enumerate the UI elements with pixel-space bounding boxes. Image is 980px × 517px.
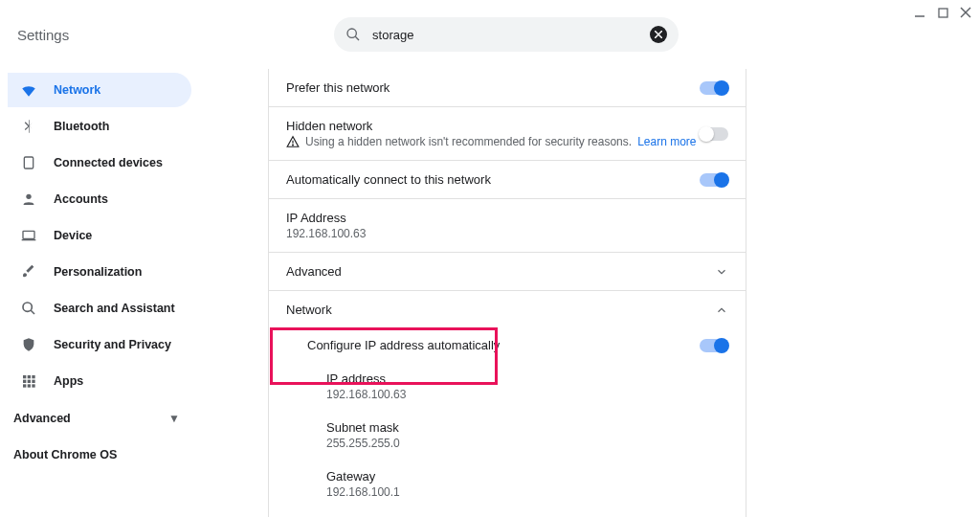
prefer-network-toggle[interactable] bbox=[700, 81, 728, 95]
laptop-icon bbox=[19, 228, 38, 243]
sidebar-advanced[interactable]: Advanced ▼ bbox=[8, 404, 191, 433]
sidebar: Network Bluetooth Connected devices Acco… bbox=[0, 69, 201, 517]
sidebar-item-personalization[interactable]: Personalization bbox=[8, 255, 191, 289]
svg-point-24 bbox=[293, 145, 294, 146]
advanced-label: Advanced bbox=[286, 264, 342, 279]
sidebar-item-label: Device bbox=[54, 229, 92, 242]
sidebar-advanced-label: Advanced bbox=[13, 412, 71, 425]
field-value: 255.255.255.0 bbox=[326, 437, 728, 450]
apps-icon bbox=[19, 373, 38, 389]
search-input[interactable] bbox=[370, 27, 650, 43]
maximize-icon[interactable] bbox=[936, 6, 949, 19]
sidebar-item-bluetooth[interactable]: Bluetooth bbox=[8, 109, 191, 144]
row-auto-connect: Automatically connect to this network bbox=[269, 161, 746, 199]
chevron-up-icon bbox=[715, 303, 728, 317]
network-section-label: Network bbox=[286, 303, 332, 317]
sidebar-item-label: Personalization bbox=[54, 265, 142, 279]
prefer-network-label: Prefer this network bbox=[286, 80, 390, 95]
search-bar[interactable] bbox=[334, 17, 679, 52]
ip-address-label: IP Address bbox=[286, 211, 366, 225]
sidebar-item-label: Security and Privacy bbox=[54, 338, 171, 351]
network-subsection: Configure IP address automatically IP ad… bbox=[269, 328, 746, 517]
svg-point-4 bbox=[347, 29, 356, 37]
hidden-network-label: Hidden network bbox=[286, 119, 697, 133]
svg-rect-22 bbox=[32, 384, 34, 387]
sidebar-about[interactable]: About Chrome OS bbox=[8, 433, 191, 477]
svg-line-13 bbox=[31, 310, 34, 314]
row-config-ip-auto: Configure IP address automatically bbox=[269, 328, 746, 362]
svg-rect-14 bbox=[23, 375, 26, 378]
svg-rect-19 bbox=[32, 380, 34, 383]
devices-icon bbox=[19, 155, 38, 170]
hidden-network-toggle[interactable] bbox=[700, 127, 728, 141]
sidebar-item-connected-devices[interactable]: Connected devices bbox=[8, 146, 191, 180]
chevron-down-icon: ▼ bbox=[168, 412, 180, 425]
hidden-network-sub: Using a hidden network isn't recommended… bbox=[305, 135, 632, 148]
header: Settings bbox=[0, 0, 980, 69]
sidebar-about-label: About Chrome OS bbox=[13, 448, 117, 461]
page-title: Settings bbox=[17, 27, 69, 43]
search-icon bbox=[345, 27, 361, 42]
sidebar-item-apps[interactable]: Apps bbox=[8, 364, 191, 398]
row-ip-address: IP Address 192.168.100.63 bbox=[269, 199, 746, 253]
svg-point-12 bbox=[23, 303, 32, 311]
hidden-network-learn-more[interactable]: Learn more bbox=[637, 135, 696, 148]
config-ip-auto-label: Configure IP address automatically bbox=[307, 338, 500, 352]
bluetooth-icon bbox=[19, 119, 38, 134]
ip-address-value: 192.168.100.63 bbox=[286, 227, 366, 240]
row-hidden-network: Hidden network Using a hidden network is… bbox=[269, 107, 746, 161]
sidebar-item-label: Connected devices bbox=[54, 156, 163, 169]
sidebar-item-network[interactable]: Network bbox=[8, 73, 191, 107]
sidebar-item-label: Search and Assistant bbox=[54, 302, 175, 315]
close-icon[interactable] bbox=[959, 6, 972, 19]
clear-search-icon[interactable] bbox=[650, 26, 667, 43]
sidebar-item-security-privacy[interactable]: Security and Privacy bbox=[8, 327, 191, 362]
svg-rect-17 bbox=[23, 380, 26, 383]
field-ip-address: IP address 192.168.100.63 bbox=[269, 362, 746, 411]
settings-panel: Prefer this network Hidden network Using… bbox=[268, 69, 746, 517]
svg-rect-20 bbox=[23, 384, 26, 387]
row-advanced-expander[interactable]: Advanced bbox=[269, 253, 746, 291]
field-value: 192.168.100.1 bbox=[326, 485, 728, 499]
window-controls bbox=[913, 6, 972, 19]
svg-rect-18 bbox=[28, 380, 31, 383]
search-icon bbox=[19, 301, 38, 316]
chevron-down-icon bbox=[715, 265, 728, 279]
field-ipv6-address: IPv6 address Not available bbox=[269, 508, 746, 517]
brush-icon bbox=[19, 264, 38, 280]
auto-connect-label: Automatically connect to this network bbox=[286, 172, 491, 187]
main: Prefer this network Hidden network Using… bbox=[201, 69, 980, 517]
svg-rect-1 bbox=[939, 9, 947, 17]
sidebar-item-label: Apps bbox=[54, 374, 83, 388]
shield-icon bbox=[19, 337, 38, 352]
svg-rect-10 bbox=[23, 231, 34, 238]
sidebar-item-label: Accounts bbox=[54, 192, 108, 206]
minimize-icon[interactable] bbox=[913, 6, 926, 19]
field-label: Gateway bbox=[326, 469, 728, 483]
field-label: Subnet mask bbox=[326, 420, 728, 435]
sidebar-item-label: Bluetooth bbox=[54, 120, 109, 133]
auto-connect-toggle[interactable] bbox=[700, 173, 728, 187]
field-value: 192.168.100.63 bbox=[326, 388, 728, 401]
sidebar-item-device[interactable]: Device bbox=[8, 218, 191, 253]
row-prefer-network: Prefer this network bbox=[269, 69, 746, 107]
sidebar-item-label: Network bbox=[54, 83, 100, 97]
svg-point-9 bbox=[26, 194, 31, 199]
svg-line-5 bbox=[355, 36, 359, 40]
field-subnet-mask: Subnet mask 255.255.255.0 bbox=[269, 411, 746, 460]
warning-icon bbox=[286, 135, 300, 148]
person-icon bbox=[19, 191, 38, 207]
sidebar-item-search-assistant[interactable]: Search and Assistant bbox=[8, 291, 191, 326]
svg-rect-16 bbox=[32, 375, 34, 378]
field-gateway: Gateway 192.168.100.1 bbox=[269, 460, 746, 508]
sidebar-item-accounts[interactable]: Accounts bbox=[8, 182, 191, 216]
svg-rect-8 bbox=[24, 157, 33, 169]
row-network-expander[interactable]: Network bbox=[269, 291, 746, 328]
svg-rect-15 bbox=[28, 375, 31, 378]
svg-rect-21 bbox=[28, 384, 31, 387]
config-ip-auto-toggle[interactable] bbox=[700, 339, 728, 352]
field-label: IP address bbox=[326, 371, 728, 386]
wifi-icon bbox=[19, 81, 38, 99]
